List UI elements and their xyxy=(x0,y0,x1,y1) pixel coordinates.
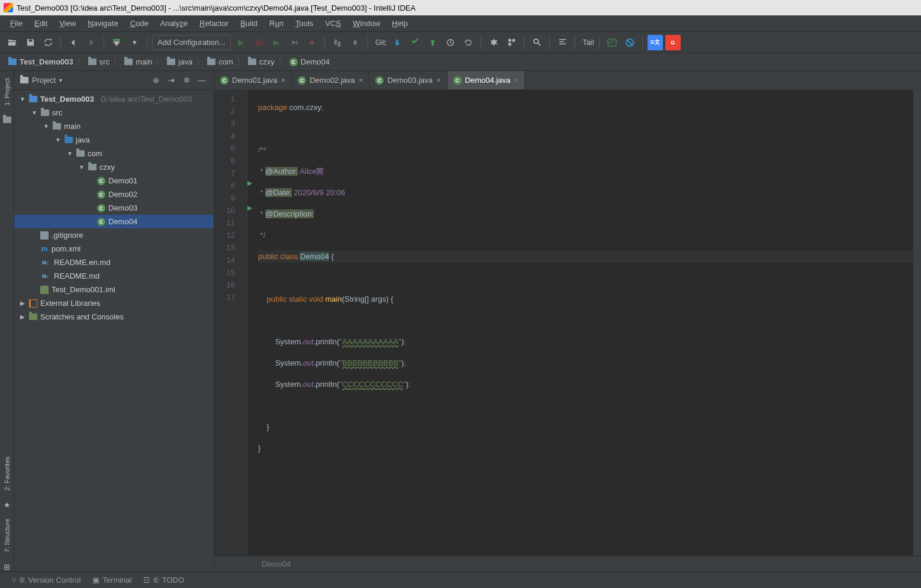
tree-com[interactable]: ▼com xyxy=(14,147,214,160)
tree-readme-en[interactable]: README.en.md xyxy=(14,256,214,269)
tree-demo01[interactable]: Demo01 xyxy=(14,174,214,188)
indent-icon[interactable] xyxy=(555,35,570,50)
menu-code[interactable]: Code xyxy=(125,17,154,30)
crumb-com[interactable]: com xyxy=(205,57,236,66)
close-icon[interactable]: × xyxy=(436,76,441,85)
tree-readme[interactable]: README.md xyxy=(14,269,214,283)
run-config-combo[interactable]: Add Configuration... xyxy=(152,35,231,50)
struct-icon[interactable] xyxy=(330,35,345,50)
menu-refactor[interactable]: Refactor xyxy=(194,17,234,30)
settings-icon[interactable] xyxy=(486,35,501,50)
tree-iml[interactable]: Test_Demo001.iml xyxy=(14,283,214,296)
bottom-terminal[interactable]: ▣Terminal xyxy=(92,576,131,584)
plugins-icon[interactable] xyxy=(504,35,519,50)
tab-demo01[interactable]: Demo01.java× xyxy=(214,71,292,89)
tree-czxy[interactable]: ▼czxy xyxy=(14,160,214,174)
tree-demo04[interactable]: Demo04 xyxy=(14,215,214,228)
run-gutter-icon[interactable]: ▶ xyxy=(247,179,252,187)
forward-icon[interactable] xyxy=(83,35,99,50)
search-icon[interactable] xyxy=(529,35,545,50)
build-icon[interactable] xyxy=(109,35,124,50)
tree-main[interactable]: ▼main xyxy=(14,119,214,133)
bottom-todo[interactable]: ☲6: TODO xyxy=(143,576,184,584)
profiler-icon[interactable] xyxy=(286,35,302,50)
tree-java[interactable]: ▼java xyxy=(14,133,214,147)
memory-icon[interactable] xyxy=(347,35,363,50)
menu-analyze[interactable]: Analyze xyxy=(155,17,193,30)
vcs-history-icon[interactable] xyxy=(443,35,458,50)
menu-help[interactable]: Help xyxy=(387,17,413,30)
menu-build[interactable]: Build xyxy=(235,17,263,30)
run-gutter-icon[interactable]: ▶ xyxy=(247,204,252,212)
tab-demo04[interactable]: Demo04.java× xyxy=(447,71,525,89)
close-icon[interactable]: × xyxy=(514,76,519,85)
menu-navigate[interactable]: Navigate xyxy=(82,17,123,30)
folder-icon xyxy=(29,314,37,320)
tab-demo02[interactable]: Demo02.java× xyxy=(292,71,369,89)
open-icon[interactable] xyxy=(5,35,20,50)
crumb-main[interactable]: main xyxy=(122,57,154,66)
todo-icon: ☲ xyxy=(143,576,150,584)
tail-label[interactable]: Tail xyxy=(582,38,594,47)
tree-external-libs[interactable]: ▶External Libraries xyxy=(14,296,214,310)
translate2-icon[interactable]: G xyxy=(665,35,681,50)
tree-demo03[interactable]: Demo03 xyxy=(14,201,214,215)
leftbar-favorites[interactable]: 2: Favorites xyxy=(2,454,12,493)
sync-icon[interactable] xyxy=(40,35,56,50)
line-gutter[interactable]: 1234567891011121314151617 xyxy=(214,90,247,555)
menu-view[interactable]: View xyxy=(54,17,81,30)
tree-root[interactable]: ▼Test_Demo003G:\idea arc\Test_Demo003 xyxy=(14,92,214,106)
menu-vcs[interactable]: VCS xyxy=(320,17,346,30)
collapse-icon[interactable]: ⇥ xyxy=(165,75,177,86)
tree-demo02[interactable]: Demo02 xyxy=(14,188,214,201)
leftbar-structure[interactable]: 7: Structure xyxy=(2,516,12,555)
run-coverage-icon[interactable]: ▶ xyxy=(269,35,284,50)
menu-tools[interactable]: Tools xyxy=(290,17,318,30)
run-icon[interactable]: ▶ xyxy=(233,35,249,50)
back-icon[interactable] xyxy=(66,35,81,50)
tree-gitignore[interactable]: .gitignore xyxy=(14,228,214,242)
crumb-file[interactable]: Demo04 xyxy=(287,57,332,66)
code-editor[interactable]: 1234567891011121314151617 ▶ ▶ package co… xyxy=(214,90,921,555)
translate-icon[interactable]: G文 xyxy=(648,35,663,50)
dropdown-icon[interactable]: ▾ xyxy=(127,35,142,50)
hide-icon[interactable]: — xyxy=(196,75,208,86)
crumb-czxy[interactable]: czxy xyxy=(246,57,277,66)
menu-edit[interactable]: Edit xyxy=(29,17,53,30)
menu-run[interactable]: Run xyxy=(264,17,289,30)
folder-icon xyxy=(124,59,133,65)
bottom-vcs[interactable]: ⑂9: Version Control xyxy=(12,576,80,584)
menu-window[interactable]: Window xyxy=(347,17,385,30)
structure-icon[interactable]: ⊞ xyxy=(2,562,12,571)
close-icon[interactable]: × xyxy=(281,76,286,85)
save-icon[interactable] xyxy=(22,35,38,50)
stop-icon[interactable]: ■ xyxy=(304,35,320,50)
tree-pom[interactable]: pom.xml xyxy=(14,242,214,256)
debug-icon[interactable]: 🐞 xyxy=(251,35,266,50)
tab-demo03[interactable]: Demo03.java× xyxy=(369,71,447,89)
vcs-commit-icon[interactable] xyxy=(407,35,423,50)
locate-icon[interactable]: ⊕ xyxy=(150,75,162,86)
vcs-revert-icon[interactable] xyxy=(461,35,476,50)
tree-src[interactable]: ▼src xyxy=(14,106,214,119)
vcs-push-icon[interactable] xyxy=(425,35,440,50)
project-panel-title[interactable]: Project ▾ xyxy=(20,76,62,85)
crumb-java[interactable]: java xyxy=(165,57,195,66)
editor-scrollbar[interactable] xyxy=(913,90,921,555)
leftbar-folder-icon[interactable] xyxy=(2,115,12,124)
svg-rect-1 xyxy=(338,41,340,47)
menu-file[interactable]: File xyxy=(5,17,28,30)
crumb-src[interactable]: src xyxy=(86,57,112,66)
tree-scratches[interactable]: ▶Scratches and Consoles xyxy=(14,310,214,324)
code-content[interactable]: package com.czxy; /** * @Author: Alice菌 … xyxy=(247,90,913,555)
disable-icon[interactable] xyxy=(622,35,637,50)
project-tree[interactable]: ▼Test_Demo003G:\idea arc\Test_Demo003 ▼s… xyxy=(14,90,214,571)
gear-icon[interactable]: ✲ xyxy=(181,75,192,86)
monitor-icon[interactable] xyxy=(604,35,620,50)
editor-breadcrumb[interactable]: Demo04 xyxy=(214,555,921,571)
crumb-root[interactable]: Test_Demo003 xyxy=(6,57,76,66)
star-icon[interactable]: ★ xyxy=(2,500,12,509)
vcs-update-icon[interactable] xyxy=(389,35,405,50)
close-icon[interactable]: × xyxy=(359,76,363,85)
leftbar-project[interactable]: 1: Project xyxy=(2,76,12,108)
